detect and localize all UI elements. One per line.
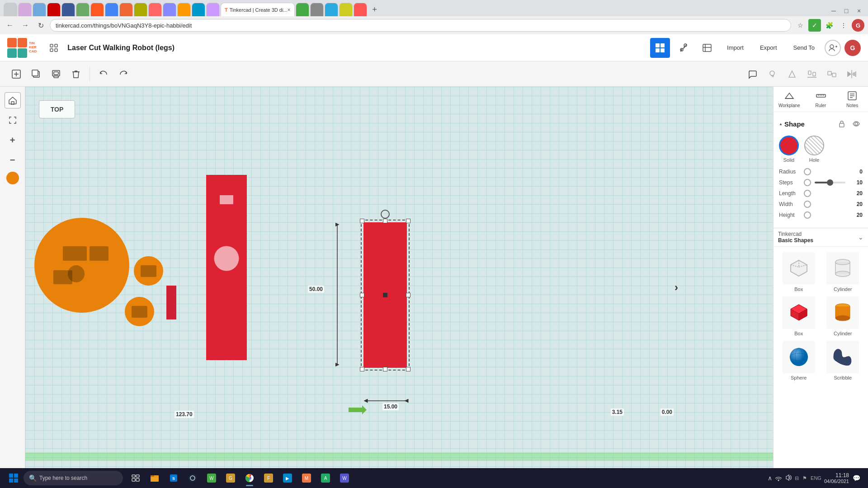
browser-tab[interactable] — [61, 3, 75, 16]
minimize-button[interactable]: ─ — [828, 5, 839, 16]
selection-handle-bm[interactable] — [383, 367, 387, 371]
light-bulb-icon[interactable] — [763, 65, 781, 83]
browser-tab[interactable] — [192, 3, 205, 16]
taskbar-app12[interactable]: W — [335, 469, 354, 487]
redo-button[interactable] — [114, 65, 132, 83]
taskbar-steam-button[interactable] — [184, 469, 202, 487]
browser-tab-tinkercad[interactable]: T Tinkercad | Create 3D di... × — [221, 3, 295, 16]
refresh-button[interactable]: ↻ — [34, 19, 47, 32]
taskbar-volume-icon[interactable] — [785, 474, 792, 483]
back-button[interactable]: ← — [4, 19, 16, 32]
group-button[interactable] — [823, 65, 841, 83]
undo-button[interactable] — [94, 65, 113, 83]
zoom-out-button[interactable]: − — [5, 152, 21, 168]
width-circle-toggle[interactable] — [804, 201, 811, 208]
community-button[interactable] — [697, 38, 717, 58]
material-sample-button[interactable] — [6, 172, 19, 184]
forward-button[interactable]: → — [19, 19, 32, 32]
browser-tab[interactable] — [163, 3, 176, 16]
new-shape-button[interactable] — [7, 65, 25, 83]
length-circle-toggle[interactable] — [804, 190, 811, 197]
steps-circle-toggle[interactable] — [804, 179, 811, 186]
selection-handle-tr[interactable] — [406, 219, 410, 223]
browser-tab[interactable] — [18, 3, 32, 16]
selection-handle-tm[interactable] — [383, 219, 387, 223]
height-circle-toggle[interactable] — [804, 211, 811, 219]
expand-panel-icon[interactable]: › — [675, 281, 678, 294]
profile-avatar[interactable]: G — [852, 19, 864, 32]
home-view-button[interactable] — [5, 92, 21, 108]
browser-tab[interactable] — [90, 3, 104, 16]
workplane-button[interactable]: Workplane — [774, 87, 805, 112]
shape-card-sphere[interactable]: Sphere — [779, 341, 819, 380]
browser-tab[interactable] — [76, 3, 90, 16]
grid-menu-icon[interactable] — [46, 40, 62, 56]
new-tab-button[interactable]: + — [368, 3, 382, 16]
duplicate-button[interactable] — [27, 65, 45, 83]
taskbar-search[interactable]: 🔍 Type here to search — [24, 471, 123, 485]
small-orange-circle-top[interactable] — [134, 256, 163, 286]
taskbar-app6[interactable]: G — [222, 469, 240, 487]
shape-card-box-outline[interactable]: Box — [779, 252, 819, 292]
collapse-icon[interactable]: ▲ — [779, 122, 783, 126]
taskbar-clock[interactable]: 11:18 04/06/2021 — [824, 472, 849, 484]
taskbar-app7-chrome[interactable] — [241, 469, 259, 487]
stamp-button[interactable] — [47, 65, 65, 83]
close-button[interactable]: × — [854, 5, 864, 16]
fit-view-button[interactable] — [5, 112, 21, 128]
taskbar-app9[interactable]: ▶ — [278, 469, 297, 487]
taskbar-explorer-button[interactable] — [146, 469, 164, 487]
notification-icon[interactable]: 💬 — [852, 474, 861, 483]
notes-button[interactable]: Notes — [836, 87, 868, 112]
browser-tab[interactable] — [325, 3, 338, 16]
settings-button[interactable] — [674, 38, 693, 58]
align-tool-icon[interactable] — [803, 65, 821, 83]
canvas-area[interactable]: TOP — [25, 87, 773, 488]
browser-tab[interactable] — [33, 3, 46, 16]
selection-handle-ml[interactable] — [360, 293, 364, 297]
browser-tab[interactable] — [206, 3, 220, 16]
taskview-button[interactable] — [127, 469, 145, 487]
selected-shape-container[interactable] — [363, 222, 407, 368]
browser-tab[interactable] — [105, 3, 118, 16]
steps-slider[interactable] — [815, 182, 845, 183]
shape-card-cylinder-solid[interactable]: Cylinder — [823, 296, 863, 336]
selection-handle-mr[interactable] — [406, 293, 410, 297]
mirror-button[interactable] — [843, 65, 861, 83]
taskbar-store-button[interactable]: s — [165, 469, 183, 487]
small-red-rect[interactable] — [166, 286, 176, 319]
start-button[interactable] — [4, 468, 24, 488]
address-bar[interactable]: tinkercad.com/things/boVNGaqN3Y8-epic-ha… — [50, 19, 791, 32]
browser-tab[interactable] — [148, 3, 162, 16]
taskbar-app11[interactable]: A — [316, 469, 335, 487]
taskbar-arrow-icon[interactable]: ∧ — [768, 474, 772, 482]
import-button[interactable]: Import — [721, 42, 750, 54]
red-tall-rect[interactable] — [206, 175, 247, 360]
browser-menu-icon[interactable]: ⋮ — [837, 19, 850, 32]
bookmark-icon[interactable]: ☆ — [794, 19, 807, 32]
delete-button[interactable] — [67, 65, 85, 83]
grid-view-button[interactable] — [650, 38, 670, 58]
hole-type-button[interactable]: Hole — [804, 136, 824, 163]
radius-circle-toggle[interactable] — [804, 168, 811, 175]
close-tab-icon[interactable]: × — [288, 7, 291, 13]
comment-button[interactable] — [743, 65, 761, 83]
lock-icon[interactable] — [835, 117, 848, 130]
browser-tab[interactable] — [134, 3, 147, 16]
browser-tab[interactable] — [354, 3, 367, 16]
send-to-button[interactable]: Send To — [787, 42, 821, 54]
shape-tool-icon[interactable] — [783, 65, 801, 83]
taskbar-app8[interactable]: F — [259, 469, 278, 487]
browser-tab[interactable] — [119, 3, 133, 16]
selection-handle-bl[interactable] — [360, 367, 364, 371]
zoom-in-button[interactable]: + — [5, 132, 21, 148]
rotate-handle[interactable] — [381, 210, 390, 219]
browser-tab[interactable] — [177, 3, 191, 16]
browser-tab[interactable] — [296, 3, 309, 16]
orange-circle-shape[interactable] — [34, 218, 129, 313]
category-dropdown-arrow[interactable]: ⌄ — [858, 234, 863, 241]
visibility-icon[interactable] — [850, 117, 863, 130]
user-avatar[interactable]: G — [844, 40, 861, 56]
shape-card-box-solid[interactable]: Box — [779, 296, 819, 336]
taskbar-app5[interactable]: W — [203, 469, 221, 487]
